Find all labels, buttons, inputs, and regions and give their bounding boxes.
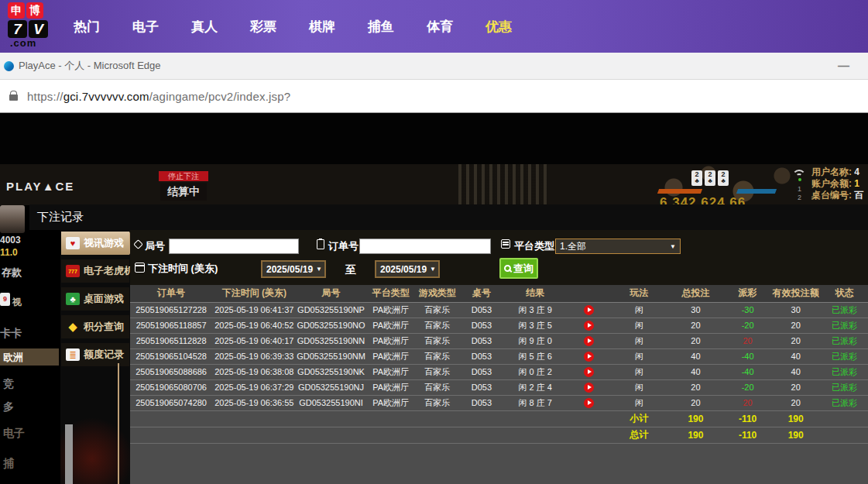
chevron-down-icon: ▼	[670, 243, 676, 250]
site-logo[interactable]: 申 博 7 V .com	[8, 2, 54, 48]
url-scheme: https://	[27, 90, 63, 103]
replay-icon[interactable]	[584, 398, 594, 408]
nav-item-live[interactable]: 真人	[191, 18, 218, 36]
search-icon	[504, 265, 511, 272]
table-row: 2505190650742802025-05-19 06:36:55GD0532…	[130, 395, 868, 410]
deposit-fragment: 存款	[2, 266, 22, 280]
bu-fragment: 捕	[3, 457, 14, 471]
sidebar-item-table-games[interactable]: 桌面游戏	[61, 287, 129, 311]
card-2-clubs: 2	[691, 170, 702, 186]
logo-char-7: 7	[8, 20, 27, 38]
cell-payout: -20	[725, 379, 771, 395]
date-from-value: 2025/05/19	[266, 264, 313, 275]
cell-platform: PA欧洲厅	[366, 364, 416, 379]
cell-status: 已派彩	[821, 333, 868, 348]
cell-status: 已派彩	[821, 379, 868, 395]
cell-table_no: D053	[459, 302, 504, 318]
cell-table_no: D053	[459, 348, 504, 364]
column-header: 平台类型	[366, 285, 416, 302]
table-number-value: 百	[854, 190, 863, 201]
cell-round: GD053255190NP	[296, 302, 365, 318]
nav-item-electronic[interactable]: 电子	[132, 18, 159, 36]
cell-play: 闲	[611, 379, 667, 395]
sidebar-item-label: 积分查询	[84, 320, 124, 334]
column-header: 派彩	[725, 285, 771, 302]
cell-payout: -20	[725, 318, 771, 333]
replay-icon[interactable]	[584, 336, 594, 346]
nav-item-hot[interactable]: 热门	[74, 18, 100, 36]
sidebar-item-label: 视讯游戏	[84, 236, 124, 250]
replay-icon[interactable]	[584, 367, 594, 377]
cell-play: 闲	[611, 333, 667, 348]
scrollbar-thumb[interactable]	[65, 424, 73, 484]
cell-result: 闲 8 庄 7	[504, 395, 566, 410]
logo-badge-1: 申	[8, 2, 25, 19]
settling-label: 结算中	[160, 183, 207, 201]
nav-item-promos[interactable]: 优惠	[485, 18, 512, 36]
dianzi-fragment: 电子	[3, 427, 25, 441]
column-header: 桌号	[459, 285, 504, 302]
minimize-button[interactable]: —	[838, 59, 849, 72]
url-domain: gci.7vvvvvv.com	[63, 90, 149, 103]
sidebar-menu: 视讯游戏电子老虎机桌面游戏积分查询额度记录	[60, 232, 130, 366]
search-form: 局号 订单号 平台类型 1.全部 ▼ 下注时间 (美东) 2025/05/19 …	[130, 230, 868, 285]
round-input[interactable]	[169, 239, 299, 254]
nav-item-lottery[interactable]: 彩票	[250, 18, 276, 36]
subtotal-valid-bet: 190	[771, 410, 821, 427]
jing-fragment: 竞	[3, 377, 14, 391]
table-row: 2505190651188572025-05-19 06:40:52GD0532…	[130, 318, 868, 333]
cell-game: 百家乐	[416, 379, 459, 395]
platform-select[interactable]: 1.全部 ▼	[555, 239, 681, 254]
screen: 申 博 7 V .com 热门 电子 真人 彩票 棋牌 捕鱼 体育 优惠 Pla…	[0, 0, 868, 484]
grand-total-row: 总计 190 -110 190	[130, 427, 868, 443]
subtotal-total-bet: 190	[667, 410, 724, 427]
wifi-icon	[791, 169, 808, 183]
kaka-fragment: 卡卡	[0, 327, 22, 341]
cell-play: 闲	[611, 395, 667, 410]
replay-icon[interactable]	[584, 305, 594, 315]
cell-total_bet: 20	[667, 318, 724, 333]
cell-valid_bet: 40	[771, 348, 821, 364]
replay-icon[interactable]	[584, 352, 594, 362]
page-background	[0, 113, 868, 164]
playing-cards-icon	[66, 237, 80, 249]
window-titlebar: PlayAce - 个人 - Microsoft Edge —	[0, 53, 868, 80]
nav-item-fishing[interactable]: 捕鱼	[368, 18, 394, 36]
sidebar-item-label: 电子老虎机	[84, 264, 134, 278]
cell-replay	[566, 364, 611, 379]
sidebar-item-video-games[interactable]: 视讯游戏	[61, 232, 129, 255]
table-row: 2505190650807062025-05-19 06:37:29GD0532…	[130, 379, 868, 395]
cell-status: 已派彩	[821, 318, 868, 333]
round-label: 局号	[145, 239, 165, 253]
cell-total_bet: 20	[667, 333, 724, 348]
clipboard-icon	[317, 239, 324, 249]
replay-icon[interactable]	[584, 321, 594, 331]
url-path: /agingame/pcv2/index.jsp?	[149, 90, 291, 103]
nav-item-sports[interactable]: 体育	[427, 18, 453, 36]
cell-table_no: D053	[459, 318, 504, 333]
replay-icon[interactable]	[584, 383, 594, 393]
sidebar-divider	[118, 363, 119, 484]
query-button[interactable]: 查询	[499, 258, 538, 279]
cell-status: 已派彩	[821, 364, 868, 379]
nav-item-chess[interactable]: 棋牌	[309, 18, 335, 36]
cell-game: 百家乐	[416, 302, 459, 318]
address-bar[interactable]: https://gci.7vvvvvv.com/agingame/pcv2/in…	[0, 80, 868, 113]
sidebar-item-points[interactable]: 积分查询	[61, 315, 129, 338]
table-games-icon	[66, 293, 80, 305]
column-header	[566, 285, 611, 302]
sidebar-item-slots[interactable]: 电子老虎机	[61, 259, 129, 283]
cell-time: 2025-05-19 06:40:17	[212, 333, 296, 348]
date-to-value: 2025/05/19	[380, 264, 427, 275]
column-header: 局号	[296, 285, 365, 302]
table-row: 2505190651128282025-05-19 06:40:17GD0532…	[130, 333, 868, 348]
video-strip: PLAY▲CE 停止下注 结算中 2 2 2 6,342,624.66 12 用…	[0, 164, 868, 205]
cell-round: GD053255190NM	[296, 348, 365, 364]
cell-play: 闲	[611, 348, 667, 364]
date-to-select[interactable]: 2025/05/19 ▼	[375, 260, 440, 278]
order-input[interactable]	[359, 239, 491, 254]
platform-label: 平台类型	[514, 239, 554, 253]
column-header: 状态	[821, 285, 868, 302]
chevron-down-icon: ▼	[430, 266, 436, 273]
date-from-select[interactable]: 2025/05/19 ▼	[261, 260, 326, 278]
